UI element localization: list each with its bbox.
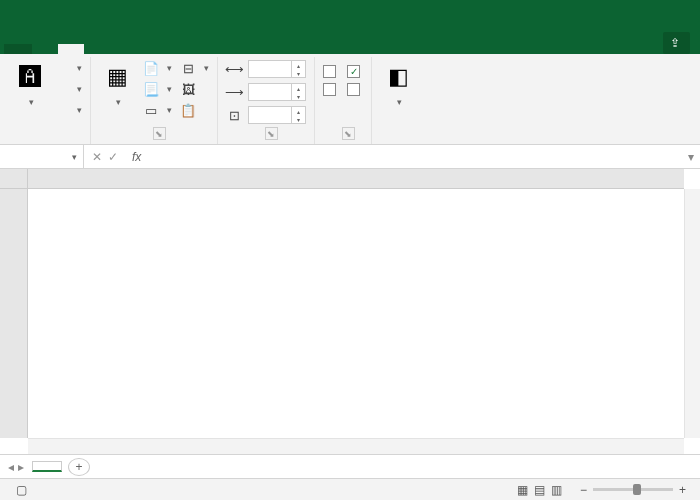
zoom-in-icon[interactable]: +	[679, 483, 686, 497]
print-titles-button[interactable]: 📋	[178, 101, 211, 119]
formula-expand-icon[interactable]: ▾	[682, 150, 700, 164]
headings-label	[345, 59, 365, 61]
arrange-button[interactable]: ◧	[378, 59, 418, 109]
gridlines-print-check[interactable]	[321, 82, 341, 97]
undo-icon[interactable]	[32, 5, 50, 23]
sheet-next-icon[interactable]: ▸	[18, 460, 24, 474]
breaks-button[interactable]: ⊟	[178, 59, 211, 77]
share-button[interactable]: ⇪	[663, 32, 690, 54]
enter-formula-icon: ✓	[108, 150, 118, 164]
zoom-out-icon[interactable]: −	[580, 483, 587, 497]
cancel-formula-icon: ✕	[92, 150, 102, 164]
sheet-tab[interactable]	[32, 461, 62, 472]
sheetopts-launcher[interactable]: ⬊	[342, 127, 355, 140]
theme-fonts[interactable]	[54, 80, 84, 98]
group-page-setup: ▦ 📄 📃 ▭ ⊟ 🖼 📋 ⬊	[91, 57, 218, 144]
orientation-button[interactable]: 📄	[141, 59, 174, 77]
gridlines-label	[321, 59, 341, 61]
sheet-prev-icon[interactable]: ◂	[8, 460, 14, 474]
ribbon-options-icon[interactable]	[554, 2, 588, 26]
zoom-slider[interactable]	[593, 488, 673, 491]
select-all-corner[interactable]	[0, 169, 28, 189]
tab-formulas[interactable]	[84, 44, 110, 54]
theme-colors[interactable]	[54, 59, 84, 77]
headings-print-check[interactable]	[345, 82, 365, 97]
maximize-icon[interactable]	[626, 2, 660, 26]
add-sheet-button[interactable]: +	[68, 458, 90, 476]
fit-width-input[interactable]: ▴▾	[248, 60, 306, 78]
margins-button[interactable]: ▦	[97, 59, 137, 109]
group-themes: 🅰	[4, 57, 91, 144]
fit-height-input[interactable]: ▴▾	[248, 83, 306, 101]
fit-launcher[interactable]: ⬊	[265, 127, 278, 140]
page-break-view-icon[interactable]: ▥	[551, 483, 562, 497]
tab-review[interactable]	[136, 44, 162, 54]
group-sheet-options: ✓ ⬊	[315, 57, 372, 144]
tab-developer[interactable]	[188, 44, 214, 54]
tab-page-layout[interactable]	[58, 44, 84, 54]
theme-effects[interactable]	[54, 101, 84, 119]
gridlines-view-check[interactable]	[321, 64, 341, 79]
macro-record-icon[interactable]: ▢	[16, 483, 27, 497]
tab-file[interactable]	[4, 44, 32, 54]
minimize-icon[interactable]	[590, 2, 624, 26]
print-area-button[interactable]: ▭	[141, 101, 174, 119]
group-scale-to-fit: ⟷▴▾ ⟶▴▾ ⊡▴▾ ⬊	[218, 57, 315, 144]
tab-home[interactable]	[32, 44, 58, 54]
background-button[interactable]: 🖼	[178, 80, 211, 98]
vertical-scrollbar[interactable]	[684, 189, 700, 438]
qat-more-icon[interactable]	[80, 5, 98, 23]
tab-insert[interactable]	[214, 44, 240, 54]
paper-size-button[interactable]: 📃	[141, 80, 174, 98]
close-icon[interactable]	[662, 2, 696, 26]
page-layout-view-icon[interactable]: ▤	[534, 483, 545, 497]
headings-view-check[interactable]: ✓	[345, 64, 365, 79]
themes-button[interactable]: 🅰	[10, 59, 50, 109]
scale-input[interactable]: ▴▾	[248, 106, 306, 124]
horizontal-scrollbar[interactable]	[28, 438, 684, 454]
pagesetup-launcher[interactable]: ⬊	[153, 127, 166, 140]
tab-data[interactable]	[110, 44, 136, 54]
redo-icon[interactable]	[56, 5, 74, 23]
group-arrange: ◧ .	[372, 57, 424, 144]
name-box[interactable]: ▾	[0, 145, 84, 168]
tab-view[interactable]	[162, 44, 188, 54]
normal-view-icon[interactable]: ▦	[517, 483, 528, 497]
save-icon[interactable]	[8, 5, 26, 23]
formula-bar[interactable]	[147, 150, 676, 164]
fx-icon[interactable]: fx	[132, 150, 141, 164]
